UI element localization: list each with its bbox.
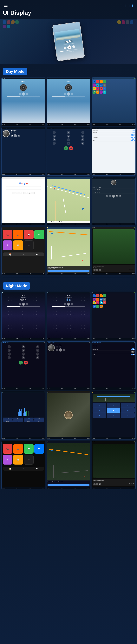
next-btn2[interactable]: ▶▶ xyxy=(71,93,73,95)
map-ctrl-2[interactable]: ↑ xyxy=(107,403,120,408)
app-icon[interactable]: 🎬 xyxy=(100,87,102,90)
dial-5[interactable]: 5 xyxy=(67,134,70,138)
night-play[interactable]: ⏸ xyxy=(22,302,25,306)
dial-hash[interactable]: # xyxy=(81,142,84,145)
app-n13[interactable]: 🔧 xyxy=(92,305,96,308)
music-app[interactable]: 🎵 xyxy=(13,230,23,240)
dial-3[interactable]: 3 xyxy=(81,131,84,134)
local-next2[interactable]: ⏭ xyxy=(119,194,121,197)
eq-btn-1[interactable]: POP xyxy=(3,418,12,420)
app-icon[interactable]: 🎵 xyxy=(96,80,99,83)
local-next[interactable]: ▶▶ xyxy=(116,194,118,197)
prev-btn2[interactable]: ◀◀ xyxy=(64,93,66,95)
n-news[interactable]: 📰 xyxy=(13,455,23,464)
maps-app[interactable]: 🗺 xyxy=(34,230,44,240)
dial-9[interactable]: 9 xyxy=(81,138,84,141)
n-dial-9[interactable]: 9 xyxy=(36,352,39,356)
app-n2[interactable]: 🎵 xyxy=(96,294,99,298)
map-ctrl-1[interactable]: ↑ xyxy=(92,403,106,408)
app-n3[interactable]: 📍 xyxy=(100,294,102,298)
np-prev[interactable]: ◀ xyxy=(94,269,96,271)
map-ctrl-8[interactable]: ↘ xyxy=(121,413,134,418)
local-prev[interactable]: ⏮ xyxy=(106,194,108,197)
app-icon[interactable]: 🔧 xyxy=(96,90,99,94)
end-call-btn[interactable]: 📵 xyxy=(69,146,73,150)
n-dial-8[interactable]: 8 xyxy=(22,352,25,356)
night-power-toggle[interactable] xyxy=(131,354,134,356)
app-n15[interactable]: 🌍 xyxy=(100,305,102,308)
app-icon[interactable]: ✈ xyxy=(92,84,96,86)
n-bt-prev[interactable]: ◀◀ xyxy=(56,349,58,351)
app-icon[interactable]: 📷 xyxy=(103,87,106,90)
app-icon[interactable]: 🎮 xyxy=(100,90,102,94)
n-np-play[interactable]: ▶ xyxy=(96,483,98,485)
n-end-call[interactable]: 📵 xyxy=(24,360,28,364)
n-np-prev[interactable]: ◀ xyxy=(94,483,96,485)
power-toggle[interactable] xyxy=(131,140,134,141)
nav-dots-icon[interactable]: ⋮⋮⋮ xyxy=(124,3,134,7)
siri-icon[interactable]: ⚙ xyxy=(36,253,38,256)
auto-connect-toggle[interactable] xyxy=(131,137,134,138)
n-dial-2[interactable]: 2 xyxy=(22,345,25,348)
app-n7[interactable]: BT xyxy=(100,298,102,301)
local-play[interactable]: ⏸ xyxy=(112,194,115,198)
map-ctrl-4[interactable]: ← xyxy=(92,408,106,413)
n-dial-3[interactable]: 3 xyxy=(36,345,39,348)
n-siri[interactable]: ⚙ xyxy=(36,467,38,470)
google-search-bar[interactable] xyxy=(5,186,42,190)
app-n9[interactable]: 🌐 xyxy=(92,301,96,304)
dial-8[interactable]: 8 xyxy=(67,138,70,141)
app-n5[interactable]: 📺 xyxy=(92,298,96,301)
night-prev[interactable]: ◀◀ xyxy=(19,303,21,305)
hero-prev-btn[interactable]: ◀◀ xyxy=(63,46,66,50)
n-call-btn[interactable]: 📞 xyxy=(19,360,23,364)
dial-6[interactable]: 6 xyxy=(81,134,84,138)
np-play[interactable]: ▶ xyxy=(96,269,98,271)
n-messages-app[interactable]: 💬 xyxy=(24,444,34,454)
bt-next[interactable]: ▶▶ xyxy=(18,134,20,137)
np-next[interactable]: ▶▶ xyxy=(99,269,101,271)
home-icon[interactable]: 🏠 xyxy=(9,253,12,256)
hero-play-btn[interactable]: ⏸ xyxy=(67,45,72,50)
night-prev2[interactable]: ◀◀ xyxy=(64,303,66,305)
n-dial-1[interactable]: 1 xyxy=(8,345,11,348)
hero-next-btn[interactable]: ▶▶ xyxy=(72,45,75,48)
eq-btn-8[interactable]: VOC xyxy=(34,420,44,422)
n-dial-star[interactable]: * xyxy=(8,356,11,359)
next-btn[interactable]: ▶▶ xyxy=(26,93,28,95)
n-music-app[interactable]: 🎵 xyxy=(13,444,23,454)
dial-star[interactable]: * xyxy=(53,142,56,145)
app-n4[interactable]: 📞 xyxy=(103,294,106,298)
app-icon[interactable]: ⚙ xyxy=(103,84,106,86)
map-ctrl-5[interactable]: → xyxy=(121,408,134,413)
n-np-next[interactable]: ▶▶ xyxy=(99,483,101,485)
app-icon[interactable]: 📺 xyxy=(96,87,99,90)
night-auto-answer-toggle[interactable] xyxy=(131,348,134,350)
app-n1[interactable]: ✈ xyxy=(92,294,96,298)
n-dial-5[interactable]: 5 xyxy=(22,349,25,352)
lucky-btn[interactable]: I'm Feeling Lucky xyxy=(23,192,34,194)
app-icon[interactable]: 📍 xyxy=(100,80,102,83)
phone-app[interactable]: 📞 xyxy=(3,230,12,240)
hamburger-icon[interactable] xyxy=(3,2,8,8)
n-dial-hash[interactable]: # xyxy=(36,356,39,359)
dial-0[interactable]: 0 xyxy=(67,142,70,145)
bt-play[interactable]: ▶ xyxy=(14,134,17,137)
n-dial-4[interactable]: 4 xyxy=(8,349,11,352)
messages-app[interactable]: 💬 xyxy=(24,230,34,240)
eq-btn-7[interactable]: USER xyxy=(24,420,34,422)
dial-1[interactable]: 1 xyxy=(53,131,56,134)
n-go-button[interactable]: GO xyxy=(48,484,90,486)
local-prev2[interactable]: ◀◀ xyxy=(109,194,111,197)
n-dial-6[interactable]: 6 xyxy=(36,349,39,352)
app-icon[interactable]: 📱 xyxy=(92,80,96,83)
n-more[interactable]: ⋯ xyxy=(24,455,34,464)
dial-7[interactable]: 7 xyxy=(53,138,56,141)
n-bt-next[interactable]: ▶▶ xyxy=(63,349,65,351)
n-dial-0[interactable]: 0 xyxy=(22,356,25,359)
n-phone-app[interactable]: 📞 xyxy=(3,444,12,454)
night-next[interactable]: ▶▶ xyxy=(26,303,28,305)
app-n14[interactable]: 🎮 xyxy=(96,305,99,308)
prev-btn[interactable]: ◀◀ xyxy=(19,93,21,95)
n-maps-app[interactable]: 🗺 xyxy=(34,444,44,454)
